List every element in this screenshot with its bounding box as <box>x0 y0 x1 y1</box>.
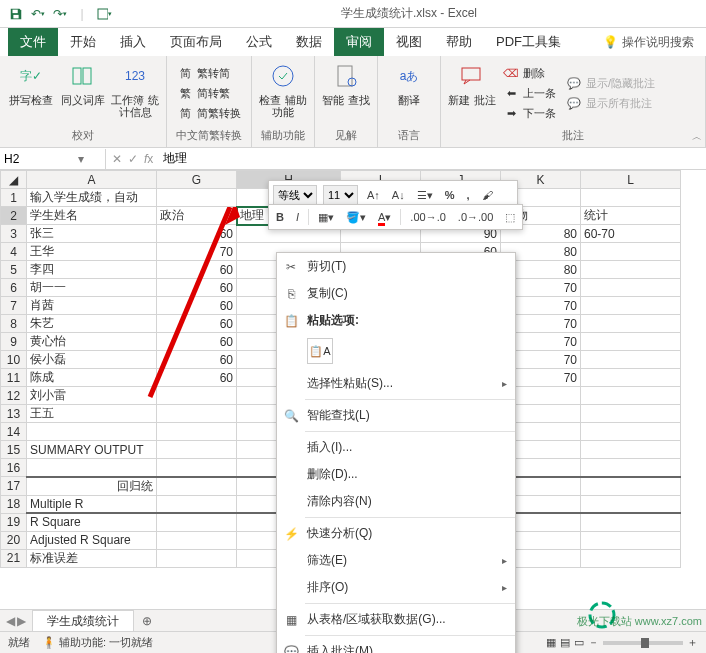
simp-to-trad-button[interactable]: 繁简转繁 <box>173 84 245 102</box>
sheet-nav-next-icon[interactable]: ▶ <box>17 614 26 628</box>
cell[interactable]: 标准误差 <box>27 549 157 567</box>
tab-help[interactable]: 帮助 <box>434 28 484 56</box>
row-header[interactable]: 18 <box>1 495 27 513</box>
cell[interactable]: 肖茜 <box>27 297 157 315</box>
tab-layout[interactable]: 页面布局 <box>158 28 234 56</box>
translate-button[interactable]: aあ翻译 <box>384 58 434 128</box>
cell[interactable]: 王华 <box>27 243 157 261</box>
row-header[interactable]: 3 <box>1 225 27 243</box>
col-header[interactable]: A <box>27 171 157 189</box>
redo-icon[interactable]: ↷▾ <box>52 6 68 22</box>
cell[interactable]: 回归统 <box>27 477 157 496</box>
ctx-copy[interactable]: ⎘复制(C) <box>277 280 515 307</box>
italic-button[interactable]: I <box>293 211 302 223</box>
cell[interactable]: 侯小磊 <box>27 351 157 369</box>
name-box-input[interactable] <box>4 152 74 166</box>
tell-me[interactable]: 💡 操作说明搜索 <box>603 28 706 56</box>
col-header[interactable]: L <box>581 171 681 189</box>
select-all-corner[interactable]: ◢ <box>1 171 27 189</box>
row-header[interactable]: 17 <box>1 477 27 496</box>
cell[interactable] <box>581 477 681 496</box>
cell[interactable]: Multiple R <box>27 495 157 513</box>
cell[interactable] <box>157 189 237 207</box>
cell[interactable]: R Square <box>27 513 157 531</box>
formula-input[interactable] <box>163 152 702 166</box>
cell[interactable]: Adjusted R Square <box>27 531 157 549</box>
ctx-sort[interactable]: 排序(O)▸ <box>277 574 515 601</box>
cell[interactable]: 朱艺 <box>27 315 157 333</box>
normal-view-icon[interactable]: ▦ <box>546 636 556 649</box>
cell[interactable] <box>581 261 681 279</box>
cell[interactable] <box>581 243 681 261</box>
cell[interactable]: 张三 <box>27 225 157 243</box>
cell[interactable] <box>581 549 681 567</box>
cell[interactable] <box>157 459 237 477</box>
row-header[interactable]: 13 <box>1 405 27 423</box>
cell[interactable] <box>581 531 681 549</box>
row-header[interactable]: 20 <box>1 531 27 549</box>
tab-insert[interactable]: 插入 <box>108 28 158 56</box>
row-header[interactable]: 10 <box>1 351 27 369</box>
cell[interactable] <box>581 315 681 333</box>
cell[interactable]: 陈成 <box>27 369 157 387</box>
increase-decimal-icon[interactable]: .0→.00 <box>455 211 496 223</box>
tab-pdf[interactable]: PDF工具集 <box>484 28 573 56</box>
row-header[interactable]: 9 <box>1 333 27 351</box>
undo-icon[interactable]: ↶▾ <box>30 6 46 22</box>
row-header[interactable]: 6 <box>1 279 27 297</box>
mini-font-select[interactable]: 等线 <box>273 185 317 205</box>
ctx-cut[interactable]: ✂剪切(T) <box>277 253 515 280</box>
percent-icon[interactable]: % <box>442 189 458 201</box>
cell[interactable] <box>581 423 681 441</box>
ctx-paste-special[interactable]: 选择性粘贴(S)...▸ <box>277 370 515 397</box>
ctx-filter[interactable]: 筛选(E)▸ <box>277 547 515 574</box>
cell[interactable] <box>581 189 681 207</box>
show-hide-comment-button[interactable]: 💬显示/隐藏批注 <box>562 74 659 92</box>
cell[interactable] <box>157 477 237 496</box>
sheet-tab[interactable]: 学生成绩统计 <box>32 610 134 632</box>
trad-to-simp-button[interactable]: 简繁转简 <box>173 64 245 82</box>
delete-comment-button[interactable]: ⌫删除 <box>499 64 560 82</box>
cell[interactable] <box>581 387 681 405</box>
show-all-comments-button[interactable]: 💬显示所有批注 <box>562 94 659 112</box>
new-comment-button[interactable]: 新建 批注 <box>447 58 497 128</box>
cell[interactable] <box>27 423 157 441</box>
cell[interactable]: SUMMARY OUTPUT <box>27 441 157 459</box>
cell[interactable]: 统计 <box>581 207 681 225</box>
row-header[interactable]: 11 <box>1 369 27 387</box>
tab-formula[interactable]: 公式 <box>234 28 284 56</box>
row-header[interactable]: 12 <box>1 387 27 405</box>
cell[interactable] <box>581 495 681 513</box>
zoom-slider[interactable] <box>603 641 683 645</box>
check-accessibility-button[interactable]: 检查 辅助功能 <box>258 58 308 128</box>
fill-color-icon[interactable]: 🪣▾ <box>343 211 369 224</box>
fx-icon[interactable]: fx <box>144 152 153 166</box>
touch-mode-icon[interactable]: ▾ <box>96 6 112 22</box>
cell[interactable] <box>581 513 681 531</box>
cell[interactable] <box>581 279 681 297</box>
tab-view[interactable]: 视图 <box>384 28 434 56</box>
zoom-out-icon[interactable]: － <box>588 635 599 650</box>
decrease-font-icon[interactable]: A↓ <box>389 189 408 201</box>
ctx-quick-analysis[interactable]: ⚡快速分析(Q) <box>277 520 515 547</box>
new-sheet-button[interactable]: ⊕ <box>134 614 160 628</box>
prev-comment-button[interactable]: ⬅上一条 <box>499 84 560 102</box>
row-header[interactable]: 4 <box>1 243 27 261</box>
ctx-smart-lookup[interactable]: 🔍智能查找(L) <box>277 402 515 429</box>
cell[interactable] <box>157 549 237 567</box>
ctx-insert[interactable]: 插入(I)... <box>277 434 515 461</box>
row-header[interactable]: 16 <box>1 459 27 477</box>
cell[interactable]: 黄心怡 <box>27 333 157 351</box>
row-header[interactable]: 21 <box>1 549 27 567</box>
row-header[interactable]: 5 <box>1 261 27 279</box>
row-header[interactable]: 2 <box>1 207 27 225</box>
cancel-icon[interactable]: ✕ <box>112 152 122 166</box>
font-color-icon[interactable]: A▾ <box>375 211 394 224</box>
chevron-down-icon[interactable]: ▾ <box>78 152 84 166</box>
merge-icon[interactable]: ⬚ <box>502 211 518 224</box>
ctx-get-table-data[interactable]: ▦从表格/区域获取数据(G)... <box>277 606 515 633</box>
border-icon[interactable]: ▦▾ <box>315 211 337 224</box>
format-painter-icon[interactable]: 🖌 <box>479 189 496 201</box>
cell[interactable]: 输入学生成绩，自动 <box>27 189 157 207</box>
cell[interactable]: 胡一一 <box>27 279 157 297</box>
